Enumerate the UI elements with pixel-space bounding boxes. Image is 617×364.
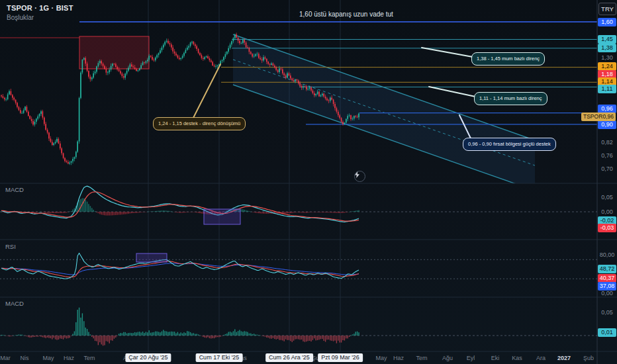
- time-axis-month-label: Eyl: [467, 355, 475, 361]
- pane-label-macd-1[interactable]: MACD: [5, 186, 24, 193]
- axis-price-label: 1,11: [598, 85, 616, 93]
- callout-annotation-1[interactable]: 1,38 - 1,45 mum bazlı direnç: [471, 52, 545, 66]
- axis-price-label: 0,96: [598, 105, 616, 113]
- tradingview-chart-window: TSPOR · 1G · BIST Boşluklar 1,60 üstü ka…: [0, 0, 617, 364]
- axis-price-label: 1,45: [598, 35, 616, 44]
- axis-price-label: 0,01: [598, 328, 616, 337]
- axis-tick-label: 0,05: [598, 308, 616, 317]
- macd2-histogram: [1, 308, 359, 346]
- callout-anchor-line[interactable]: [193, 64, 220, 118]
- callout-annotation-3[interactable]: 1,24 - 1,15 destek - direnç dönüşümü: [153, 117, 246, 130]
- axis-tick-label: 0,82: [598, 138, 616, 147]
- time-axis-date-badge: Cum 17 Eki '25: [196, 353, 243, 362]
- time-axis-month-label: Ara: [536, 355, 546, 361]
- price-axis[interactable]: [597, 0, 617, 351]
- axis-price-label: -0,03: [598, 224, 616, 232]
- time-axis-month-label: Haz: [393, 355, 404, 361]
- symbol-title[interactable]: TSPOR · 1G · BIST: [7, 4, 73, 12]
- time-axis-date-badge: Çar 20 Ağu '25: [125, 353, 171, 362]
- axis-price-label: 48,72: [598, 265, 616, 273]
- callout-annotation-4[interactable]: 0,96 - 0,90 fırsat bölgesi güçlü destek: [463, 138, 556, 151]
- axis-tick-label: 0,76: [598, 152, 616, 160]
- time-axis-month-label: Mar: [0, 355, 11, 361]
- time-axis-month-label: Haz: [64, 355, 74, 361]
- macd1-highlight-box[interactable]: [204, 209, 240, 224]
- time-axis-date-badge: Cum 26 Ara '25: [265, 353, 313, 362]
- rsi-slow-line: [1, 263, 359, 275]
- callout-annotation-2[interactable]: 1,11 - 1,14 mum bazlı direnç: [474, 92, 547, 105]
- time-axis-year-label: 2027: [557, 355, 571, 361]
- callout-anchor-line[interactable]: [422, 48, 473, 57]
- axis-price-label: 1,38: [598, 44, 616, 52]
- axis-tick-label: 1,30: [598, 54, 616, 62]
- chart-text-note[interactable]: 1,60 üstü kapanış uzun vade tut: [299, 11, 393, 18]
- axis-price-label: 1,24: [598, 62, 616, 71]
- callout-anchor-line[interactable]: [429, 87, 475, 97]
- time-axis-date-badge: Pzt 09 Mar '26: [318, 353, 363, 362]
- time-axis-month-label: Tem: [83, 355, 95, 361]
- time-axis-month-label: Eki: [491, 355, 500, 361]
- symbol-price-label: TSPOR0,96: [581, 113, 616, 121]
- time-axis-month-label: Tem: [416, 355, 427, 361]
- rsi-ma-line: [1, 261, 359, 277]
- axis-price-label: 1,60: [598, 18, 616, 26]
- axis-tick-label: 0,00: [598, 208, 616, 216]
- axis-price-label: 40,37: [598, 274, 616, 283]
- macd1-histogram: [1, 198, 359, 215]
- rsi-line: [1, 253, 359, 279]
- lightning-marker-icon[interactable]: [354, 171, 365, 182]
- pane-label-rsi[interactable]: RSI: [5, 243, 16, 250]
- time-axis-month-label: May: [375, 355, 387, 361]
- axis-price-label: 0,90: [598, 120, 616, 129]
- time-axis-month-label: Nis: [21, 355, 29, 361]
- axis-tick-label: 0,00: [598, 289, 616, 298]
- rsi-highlight-box[interactable]: [136, 253, 167, 262]
- pane-label-macd-2[interactable]: MACD: [5, 300, 24, 307]
- time-axis-month-label: Kas: [512, 355, 522, 361]
- axis-tick-label: 80,00: [598, 251, 616, 259]
- time-axis-month-label: Şub: [583, 355, 594, 361]
- time-axis-month-label: Ağu: [442, 355, 453, 361]
- time-axis-month-label: May: [42, 355, 54, 361]
- axis-tick-label: 0,05: [598, 193, 616, 202]
- indicator-name-gaps[interactable]: Boşluklar: [7, 14, 34, 21]
- axis-tick-label: 0,70: [598, 165, 616, 173]
